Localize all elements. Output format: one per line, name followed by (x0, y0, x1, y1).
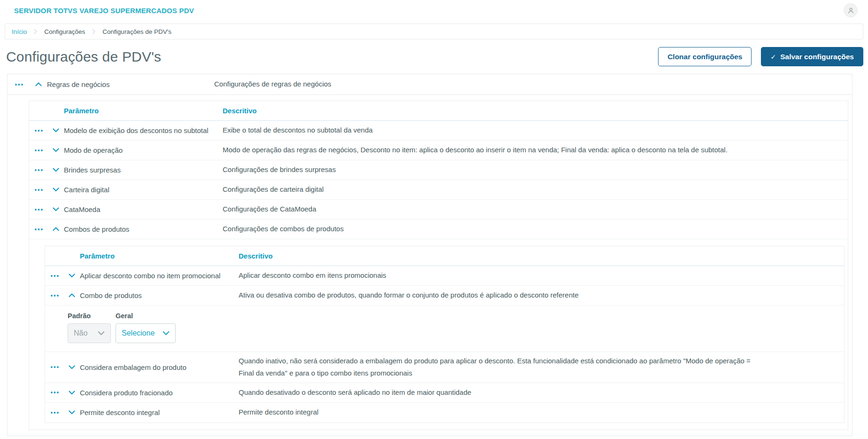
expand-toggle[interactable] (48, 141, 64, 160)
geral-label: Geral (116, 312, 176, 320)
avatar[interactable] (844, 3, 858, 17)
chevron-down-icon (69, 274, 75, 278)
page-title: Configurações de PDV's (6, 49, 161, 65)
expand-toggle[interactable] (48, 121, 64, 140)
table-row-modelo-exibicao: Modelo de exibição dos descontos no subt… (29, 121, 848, 141)
geral-select-value: Selecione (122, 329, 155, 337)
breadcrumb: Início Configurações Configurações de PD… (5, 24, 863, 39)
padrao-field: Padrão Não (68, 312, 111, 343)
chevron-down-icon (69, 365, 75, 369)
row-desc: Quando desativado o desconto será aplica… (239, 384, 844, 401)
save-config-button[interactable]: ✓ Salvar configurações (761, 47, 863, 66)
expand-toggle[interactable] (64, 352, 80, 383)
kebab-menu-icon (15, 84, 23, 86)
row-desc: Configurações de brindes surpresas (223, 161, 848, 179)
row-param: Modo de operação (64, 146, 223, 154)
chevron-right-icon (34, 29, 37, 34)
row-param: Carteira digital (64, 186, 223, 194)
row-desc: Configurações de CataMoeda (223, 200, 848, 218)
combo-produtos-editor: Padrão Não Geral Selecione (45, 306, 844, 352)
table-header: Parâmetro Descritivo (29, 101, 848, 121)
row-actions-button[interactable] (29, 160, 48, 180)
padrao-select: Não (68, 323, 111, 343)
column-header-descritivo: Descritivo (239, 252, 844, 260)
table-row-carteira-digital: Carteira digital Configurações de cartei… (29, 180, 848, 200)
expand-toggle[interactable] (64, 383, 80, 402)
row-param: Aplicar desconto combo no item promocion… (80, 272, 239, 280)
expand-toggle[interactable] (48, 180, 64, 199)
combos-table: Parâmetro Descritivo Aplicar desconto co… (45, 246, 845, 423)
kebab-menu-icon (51, 275, 59, 277)
chevron-down-icon (53, 188, 59, 192)
row-desc: Quando inativo, não será considerado a e… (239, 352, 844, 383)
expand-toggle[interactable] (64, 403, 80, 423)
clone-config-button[interactable]: Clonar configurações (658, 47, 752, 66)
table-row-modo-operacao: Modo de operação Modo de operação das re… (29, 141, 848, 160)
kebab-menu-icon (35, 169, 43, 171)
combos-expanded-panel: Parâmetro Descritivo Aplicar desconto co… (29, 239, 848, 430)
collapse-toggle[interactable] (64, 286, 80, 305)
table-row-combo-de-produtos: Combo de produtos Ativa ou desativa comb… (45, 286, 844, 306)
chevron-down-icon (53, 148, 59, 152)
user-icon (847, 7, 854, 14)
column-header-parametro: Parâmetro (64, 107, 223, 115)
padrao-label: Padrão (68, 312, 111, 320)
breadcrumb-current: Configurações de PDV's (102, 28, 171, 35)
page-header: Configurações de PDV's Clonar configuraç… (0, 39, 868, 74)
table-row-permite-desconto-integral: Permite desconto integral Permite descon… (45, 403, 844, 423)
row-param: Combo de produtos (80, 291, 239, 299)
chevron-down-icon (98, 331, 105, 336)
row-actions-button[interactable] (29, 200, 48, 219)
topbar: SERVIDOR TOTVS VAREJO SUPERMERCADOS PDV (0, 0, 868, 21)
chevron-up-icon (69, 293, 75, 298)
chevron-down-icon (69, 410, 75, 415)
row-param: Permite desconto integral (80, 408, 239, 416)
row-desc: Modo de operação das regras de negócios,… (223, 141, 848, 159)
clone-config-label: Clonar configurações (667, 53, 742, 61)
config-table: Regras de negócios Configurações de regr… (7, 74, 852, 436)
row-actions-button[interactable] (29, 180, 48, 199)
chevron-down-icon (69, 391, 75, 395)
row-actions-button[interactable] (29, 121, 48, 140)
row-actions-button[interactable] (45, 266, 64, 285)
expand-toggle[interactable] (64, 266, 80, 285)
row-desc: Ativa ou desativa combo de produtos, qua… (239, 286, 844, 304)
expand-toggle[interactable] (48, 200, 64, 219)
table-row-catamoeda: CataMoeda Configurações de CataMoeda (29, 200, 848, 220)
row-actions-button[interactable] (8, 74, 30, 94)
row-param: Brindes surpresas (64, 166, 223, 174)
table-row-combos-de-produtos: Combos de produtos Configurações de comb… (29, 220, 848, 239)
kebab-menu-icon (35, 149, 43, 151)
row-actions-button[interactable] (29, 141, 48, 160)
table-row-considera-embalagem: Considera embalagem do produto Quando in… (45, 352, 844, 383)
check-icon: ✓ (770, 53, 776, 61)
row-param: Combos de produtos (64, 225, 223, 233)
row-actions-button[interactable] (45, 403, 64, 423)
kebab-menu-icon (51, 412, 59, 414)
padrao-select-value: Não (74, 329, 87, 337)
row-param: Modelo de exibição dos descontos no subt… (64, 126, 223, 134)
row-desc: Permite desconto integral (239, 403, 844, 421)
column-header-parametro: Parâmetro (80, 252, 239, 260)
expand-toggle[interactable] (48, 160, 64, 180)
row-actions-button[interactable] (29, 220, 48, 239)
kebab-menu-icon (51, 392, 59, 393)
row-desc: Exibe o total de descontos no subtotal d… (223, 121, 848, 139)
row-param: Regras de negócios (47, 80, 214, 88)
collapse-toggle[interactable] (48, 220, 64, 239)
breadcrumb-configuracoes[interactable]: Configurações (44, 28, 85, 35)
row-actions-button[interactable] (45, 286, 64, 305)
collapse-toggle[interactable] (30, 74, 47, 94)
chevron-down-icon (53, 128, 59, 133)
geral-select[interactable]: Selecione (116, 323, 176, 343)
row-desc: Aplicar desconto combo em itens promocio… (239, 267, 844, 284)
column-header-descritivo: Descritivo (223, 107, 848, 115)
row-actions-button[interactable] (45, 352, 64, 383)
save-config-label: Salvar configurações (780, 53, 854, 61)
app-title: SERVIDOR TOTVS VAREJO SUPERMERCADOS PDV (14, 7, 194, 15)
row-actions-button[interactable] (45, 383, 64, 402)
app-window: SERVIDOR TOTVS VAREJO SUPERMERCADOS PDV … (0, 0, 868, 439)
row-param: CataMoeda (64, 205, 223, 213)
breadcrumb-inicio[interactable]: Início (12, 28, 27, 35)
chevron-up-icon (53, 227, 59, 231)
